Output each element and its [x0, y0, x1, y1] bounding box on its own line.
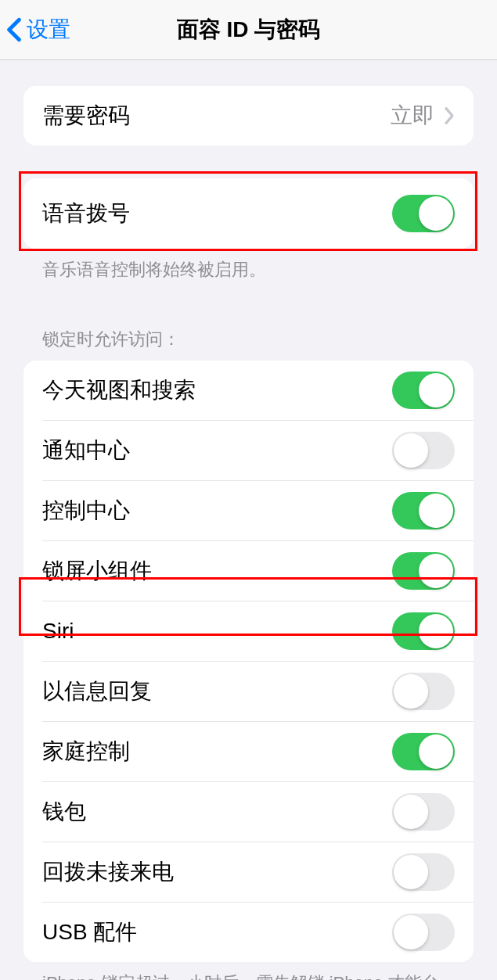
chevron-right-icon [444, 106, 455, 125]
lock-access-label: 回拨未接来电 [42, 857, 392, 887]
lock-access-row: 回拨未接来电 [23, 842, 474, 902]
toggle-knob [394, 795, 428, 829]
voice-dial-row: 语音拨号 [23, 178, 474, 249]
navigation-bar: 设置 面容 ID 与密码 [0, 0, 497, 60]
usb-footer: iPhone 锁定超过一小时后，需先解锁 iPhone 才能允许USB 配件连接… [23, 962, 474, 980]
group-lock-access: 今天视图和搜索通知中心控制中心锁屏小组件Siri以信息回复家庭控制钱包回拨未接来… [23, 361, 474, 962]
require-passcode-value: 立即 [391, 101, 434, 131]
toggle-knob [419, 734, 453, 769]
back-label: 设置 [27, 15, 70, 45]
voice-dial-label: 语音拨号 [42, 199, 392, 228]
lock-access-toggle[interactable] [392, 733, 455, 770]
lock-access-toggle[interactable] [392, 673, 455, 710]
lock-access-row: 钱包 [23, 782, 474, 842]
lock-access-toggle[interactable] [392, 372, 455, 409]
group-require-passcode: 需要密码 立即 [23, 86, 474, 145]
lock-access-row: 通知中心 [23, 421, 474, 480]
lock-access-row: 今天视图和搜索 [23, 361, 474, 420]
lock-access-label: 今天视图和搜索 [42, 375, 392, 405]
lock-access-toggle[interactable] [392, 853, 455, 891]
lock-access-toggle[interactable] [392, 793, 455, 831]
lock-access-row: USB 配件 [23, 903, 474, 962]
chevron-left-icon [6, 17, 22, 42]
toggle-knob [419, 494, 453, 528]
require-passcode-label: 需要密码 [42, 101, 391, 131]
lock-access-toggle[interactable] [392, 492, 455, 529]
lock-access-row: 控制中心 [23, 481, 474, 540]
lock-access-label: USB 配件 [42, 917, 392, 947]
toggle-knob [394, 915, 428, 949]
lock-access-header: 锁定时允许访问： [23, 328, 474, 361]
lock-access-label: 锁屏小组件 [42, 556, 392, 586]
lock-access-label: 家庭控制 [42, 737, 392, 766]
lock-access-label: 通知中心 [42, 436, 392, 465]
voice-dial-toggle[interactable] [392, 195, 455, 232]
lock-access-label: Siri [42, 619, 392, 644]
require-passcode-row[interactable]: 需要密码 立即 [23, 86, 474, 145]
lock-access-toggle[interactable] [392, 552, 455, 590]
toggle-knob [394, 674, 428, 709]
lock-access-toggle[interactable] [392, 432, 455, 469]
toggle-knob [419, 373, 453, 407]
lock-access-toggle[interactable] [392, 914, 455, 951]
toggle-knob [394, 433, 428, 468]
lock-access-toggle[interactable] [392, 612, 455, 650]
lock-access-row: 以信息回复 [23, 662, 474, 721]
toggle-knob [394, 855, 428, 889]
lock-access-row: Siri [23, 601, 474, 661]
voice-dial-footer: 音乐语音控制将始终被启用。 [23, 249, 474, 282]
lock-access-row: 家庭控制 [23, 722, 474, 781]
back-button[interactable]: 设置 [6, 15, 70, 45]
toggle-knob [419, 614, 453, 648]
toggle-knob [419, 196, 453, 231]
page-title: 面容 ID 与密码 [177, 15, 321, 45]
lock-access-label: 控制中心 [42, 496, 392, 526]
lock-access-label: 以信息回复 [42, 677, 392, 706]
lock-access-label: 钱包 [42, 797, 392, 827]
lock-access-row: 锁屏小组件 [23, 541, 474, 601]
toggle-knob [419, 554, 453, 588]
group-voice-dial: 语音拨号 [23, 178, 474, 249]
